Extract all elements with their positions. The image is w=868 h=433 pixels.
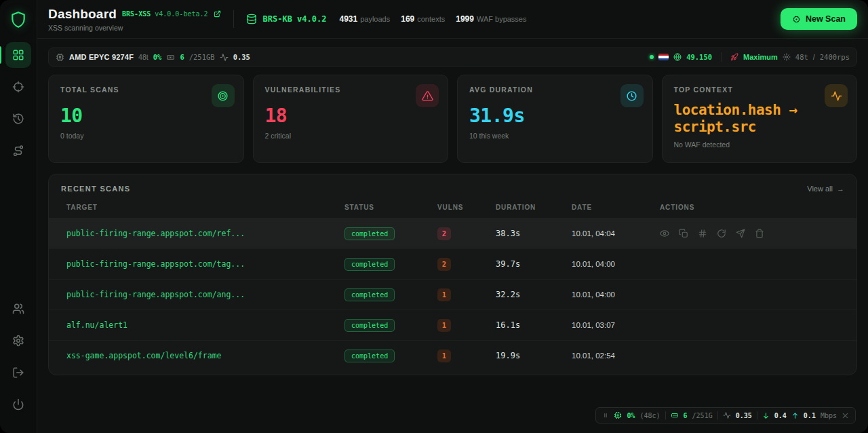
gear-icon bbox=[783, 53, 791, 61]
kb-stat-waf-bypasses: 1999WAF bypasses bbox=[456, 14, 526, 24]
table-header: TARGET STATUS VULNS DURATION DATE ACTION… bbox=[49, 201, 856, 218]
sidebar-item-history[interactable] bbox=[5, 106, 31, 132]
scan-date: 10.01, 04:00 bbox=[572, 260, 660, 268]
cpu-icon bbox=[56, 53, 64, 62]
row-actions bbox=[660, 229, 844, 238]
sidebar-item-users[interactable] bbox=[5, 296, 31, 322]
app-window: Dashboard BRS-XSS v4.0.0-beta.2 XSS scan… bbox=[0, 0, 868, 433]
divider bbox=[721, 52, 722, 62]
scan-target-link[interactable]: public-firing-range.appspot.com/ref... bbox=[66, 229, 344, 238]
resource-monitor-pill: 0% (48c) 6 /251G 0.35 0.4 0.1 Mbps bbox=[595, 407, 856, 423]
divider bbox=[757, 411, 757, 419]
sidebar-item-dashboard[interactable] bbox=[5, 42, 31, 68]
arrow-down-icon bbox=[762, 412, 770, 419]
card-label: AVG DURATION bbox=[469, 86, 641, 94]
card-value: location.hash → script.src bbox=[674, 102, 830, 136]
copy-icon[interactable] bbox=[679, 229, 688, 238]
activity-icon bbox=[220, 53, 229, 62]
activity-icon bbox=[723, 411, 731, 419]
card-sub: 10 this week bbox=[469, 132, 641, 140]
users-icon bbox=[12, 303, 24, 315]
cpu-load: 0% bbox=[627, 412, 635, 419]
sidebar-item-settings[interactable] bbox=[5, 328, 31, 354]
ram-used: 6 bbox=[684, 412, 688, 419]
sidebar-item-pipeline[interactable] bbox=[5, 138, 31, 164]
ram-icon bbox=[671, 411, 679, 419]
cpu-icon bbox=[614, 411, 622, 419]
sidebar-item-power[interactable] bbox=[5, 392, 31, 417]
knowledge-base-info: BRS-KB v4.0.2 4931payloads 169contexts 1… bbox=[246, 14, 527, 24]
ram-total: /251GB bbox=[189, 53, 215, 61]
card-total-scans: TOTAL SCANS 10 0 today bbox=[48, 75, 244, 163]
logout-icon bbox=[12, 366, 24, 379]
hash-icon[interactable] bbox=[698, 229, 707, 238]
vulns-badge: 2 bbox=[437, 227, 451, 240]
kb-name: BRS-KB v4.0.2 bbox=[263, 14, 327, 24]
send-icon[interactable] bbox=[736, 229, 745, 238]
load-average: 0.35 bbox=[233, 53, 250, 61]
table-row[interactable]: public-firing-range.appspot.com/ang... c… bbox=[49, 279, 856, 309]
trash-icon[interactable] bbox=[755, 229, 764, 238]
close-icon[interactable] bbox=[842, 412, 849, 419]
database-icon bbox=[246, 14, 257, 24]
table-row[interactable]: alf.nu/alert1 completed 1 16.1s 10.01, 0… bbox=[49, 309, 856, 340]
mode-threads: 48t bbox=[795, 53, 808, 61]
scan-duration: 32.2s bbox=[496, 290, 572, 299]
cpu-threads: 48t bbox=[138, 53, 149, 61]
card-value: 10 bbox=[60, 105, 232, 127]
scan-target-link[interactable]: alf.nu/alert1 bbox=[66, 320, 344, 330]
sidebar-item-logout[interactable] bbox=[5, 360, 31, 385]
card-label: TOP CONTEXT bbox=[674, 86, 846, 94]
view-all-link[interactable]: View all→ bbox=[807, 185, 844, 193]
scan-date: 10.01, 03:07 bbox=[572, 321, 660, 329]
eye-icon[interactable] bbox=[660, 229, 669, 238]
recent-scans-panel: RECENT SCANS View all→ TARGET STATUS VUL… bbox=[48, 174, 857, 375]
netherlands-flag-icon bbox=[658, 54, 669, 60]
alert-triangle-icon bbox=[416, 84, 439, 107]
column-status: STATUS bbox=[344, 204, 437, 211]
kb-stat-contexts: 169contexts bbox=[401, 14, 445, 24]
load-average: 0.35 bbox=[736, 412, 752, 419]
table-row[interactable]: public-firing-range.appspot.com/tag... c… bbox=[49, 248, 856, 279]
status-badge: completed bbox=[344, 319, 395, 332]
card-sub: 0 today bbox=[60, 132, 232, 140]
scan-target-icon bbox=[792, 15, 801, 24]
sidebar-item-scan-target[interactable] bbox=[5, 74, 31, 100]
download-rate: 0.4 bbox=[774, 412, 787, 419]
exit-ip: 49.150 bbox=[686, 53, 712, 61]
card-label: TOTAL SCANS bbox=[60, 86, 232, 94]
power-icon bbox=[12, 398, 24, 411]
refresh-icon[interactable] bbox=[717, 229, 726, 238]
card-avg-duration: AVG DURATION 31.9s 10 this week bbox=[457, 75, 653, 163]
system-status-bar: AMD EPYC 9274F 48t 0% 6 /251GB 0.35 49.1… bbox=[48, 48, 857, 67]
stat-cards: TOTAL SCANS 10 0 today VULNERABILITIES 1… bbox=[48, 75, 857, 163]
scan-target-link[interactable]: public-firing-range.appspot.com/ang... bbox=[66, 290, 344, 299]
scan-duration: 16.1s bbox=[496, 320, 572, 330]
external-link-icon[interactable] bbox=[214, 10, 221, 18]
table-row[interactable]: xss-game.appspot.com/level6/frame comple… bbox=[49, 340, 856, 371]
page-subtitle: XSS scanning overview bbox=[48, 24, 221, 32]
table-row[interactable]: public-firing-range.appspot.com/ref... c… bbox=[49, 218, 856, 248]
column-duration: DURATION bbox=[496, 204, 572, 211]
arrow-right-icon: → bbox=[837, 185, 844, 193]
scan-duration: 38.3s bbox=[496, 229, 572, 238]
scan-target-link[interactable]: public-firing-range.appspot.com/tag... bbox=[66, 259, 344, 269]
scan-date: 10.01, 04:04 bbox=[572, 229, 660, 238]
vulns-badge: 1 bbox=[437, 350, 451, 362]
main-area: Dashboard BRS-XSS v4.0.0-beta.2 XSS scan… bbox=[37, 0, 868, 433]
ram-icon bbox=[166, 53, 175, 62]
scan-target-link[interactable]: xss-game.appspot.com/level6/frame bbox=[66, 351, 344, 360]
card-sub: 2 critical bbox=[265, 132, 437, 140]
card-value: 31.9s bbox=[469, 105, 641, 127]
status-badge: completed bbox=[344, 258, 395, 271]
rate-unit: Mbps bbox=[821, 412, 837, 419]
scan-date: 10.01, 02:54 bbox=[572, 352, 660, 360]
globe-icon bbox=[673, 53, 682, 61]
scan-mode: Maximum bbox=[743, 53, 778, 61]
upload-rate: 0.1 bbox=[804, 412, 816, 419]
new-scan-button[interactable]: New Scan bbox=[781, 8, 857, 30]
status-badge: completed bbox=[344, 288, 395, 301]
drag-handle-icon[interactable] bbox=[602, 411, 609, 419]
vulns-badge: 1 bbox=[437, 319, 451, 332]
divider bbox=[717, 411, 718, 419]
